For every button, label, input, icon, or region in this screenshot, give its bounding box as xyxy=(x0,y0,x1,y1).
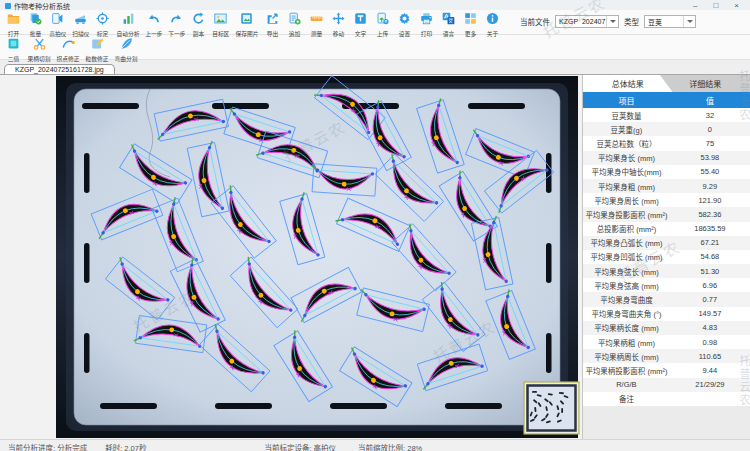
status-device: 当前标定设备: 高拍仪 xyxy=(264,442,336,451)
tool-bend-split[interactable]: 弯曲分割 xyxy=(113,36,139,64)
tool-label: 文字 xyxy=(354,29,365,38)
tool-doc-camera[interactable]: 高拍仪 xyxy=(48,11,68,39)
tool-calibrate[interactable]: 标定 xyxy=(93,11,112,39)
tool-label: 粒数修正 xyxy=(86,54,109,63)
row-label: 平均果身粗 (mm) xyxy=(583,181,670,192)
row-value: 32 xyxy=(670,111,750,120)
tool-label: 二值 xyxy=(8,54,19,63)
tool-label: 更多 xyxy=(464,29,475,38)
close-button[interactable]: × xyxy=(734,2,739,10)
table-row: R/G/B21/29/29 xyxy=(583,378,750,392)
tool-settings[interactable]: 设置 xyxy=(395,11,414,39)
statusbar: 当前分析进度: 分析完成 耗时: 2.07秒 当前标定设备: 高拍仪 当前缩放比… xyxy=(0,439,750,451)
table-row: 豆荚重(g)0 xyxy=(583,122,750,136)
chevron-down-icon xyxy=(606,16,618,27)
tool-batch[interactable]: 批量 xyxy=(26,11,45,39)
table-row: 平均果柄投影面积 (mm²)9.44 xyxy=(583,363,750,377)
tab-detailed-results[interactable]: 详细结果 xyxy=(661,75,750,92)
tool-label: 导出 xyxy=(266,29,277,38)
tray-slot-mark xyxy=(84,243,90,283)
tool-binarize[interactable]: 二值 xyxy=(4,36,23,64)
tool-count-fix[interactable]: 粒数修正 xyxy=(84,36,110,64)
row-label: R/G/B xyxy=(583,380,670,389)
info-icon xyxy=(486,11,499,29)
tool-save-image[interactable]: 保存图片 xyxy=(234,11,260,39)
row-value: 75 xyxy=(670,139,750,148)
tray-slot-mark xyxy=(84,153,90,193)
row-value: 21/29/29 xyxy=(670,380,750,389)
table-row: 平均果身凸弧长 (mm)67.21 xyxy=(583,236,750,250)
tool-label: 关于 xyxy=(486,29,497,38)
undo-arrow-icon xyxy=(147,11,160,29)
binary-square-icon xyxy=(7,36,20,54)
tool-label: 追加 xyxy=(288,29,299,38)
scanner-icon xyxy=(74,11,87,29)
row-label: 平均果身长 (mm) xyxy=(583,152,670,163)
current-file-select[interactable]: KZGP_202407 xyxy=(555,15,619,28)
row-label: 豆荚重(g) xyxy=(583,124,670,135)
tool-prev-step[interactable]: 上一步 xyxy=(144,11,164,39)
image-tab[interactable]: KZGP_20240725161728.jpg xyxy=(4,64,115,74)
tool-measure[interactable]: 测量 xyxy=(307,11,326,39)
results-tabs: 总体结果 详细结果 xyxy=(583,75,750,92)
tab-overall-results[interactable]: 总体结果 xyxy=(583,75,673,92)
row-label: 备注 xyxy=(583,393,670,404)
tool-label: 语言 xyxy=(442,29,453,38)
table-row: 平均果身弦高 (mm)6.96 xyxy=(583,278,750,292)
table-row: 平均果柄周长 (mm)110.65 xyxy=(583,349,750,363)
tool-print[interactable]: 打印 xyxy=(417,11,436,39)
row-value: 55.40 xyxy=(670,167,750,176)
tool-language[interactable]: 语言 xyxy=(439,11,458,39)
tool-label: 扫描仪 xyxy=(72,29,89,38)
app-title: 作物考种分析系统 xyxy=(14,1,70,11)
row-label: 平均果柄周长 (mm) xyxy=(583,351,670,362)
tool-auto-analyze[interactable]: 自动分析 xyxy=(115,11,141,39)
row-label: 平均果身弯曲夹角 (°) xyxy=(583,308,670,319)
row-value: 149.57 xyxy=(670,309,750,318)
tool-label: 保存图片 xyxy=(235,29,258,38)
tool-export[interactable]: 导出 xyxy=(263,11,282,39)
tool-inflection-fix[interactable]: 拐点修正 xyxy=(55,36,81,64)
upload-doc-icon xyxy=(376,11,389,29)
maximize-button[interactable]: □ xyxy=(713,2,718,10)
overview-thumbnail[interactable] xyxy=(524,382,579,434)
feather-knife-icon xyxy=(120,36,133,54)
tool-target-region[interactable]: 目标区 xyxy=(211,11,231,39)
header-value-column: 值 xyxy=(670,92,750,108)
tool-next-step[interactable]: 下一步 xyxy=(167,11,187,39)
tool-label: 弯曲分割 xyxy=(115,54,138,63)
tool-more[interactable]: 更多 xyxy=(461,11,480,39)
tool-label: 设置 xyxy=(398,29,409,38)
minimize-button[interactable]: – xyxy=(693,2,697,10)
tool-scanner[interactable]: 扫描仪 xyxy=(71,11,91,39)
row-label: 平均果身凸弧长 (mm) xyxy=(583,237,670,248)
tool-text[interactable]: 文字 xyxy=(351,11,370,39)
tool-stem-cut[interactable]: 果柄切割 xyxy=(26,36,52,64)
export-arrow-icon xyxy=(266,11,279,29)
table-row: 平均果身弯曲度0.77 xyxy=(583,292,750,306)
tray-slot-mark xyxy=(100,403,157,409)
edit-toolbar-tools: 二值果柄切割拐点修正粒数修正弯曲分割 xyxy=(4,36,139,64)
table-row: 平均果身弯曲夹角 (°)149.57 xyxy=(583,307,750,321)
table-row: 豆荚总粒数（粒）75 xyxy=(583,136,750,150)
image-viewer[interactable] xyxy=(0,75,582,439)
refresh-icon xyxy=(192,11,205,29)
text-tool-icon xyxy=(354,11,367,29)
tool-upload[interactable]: 上传 xyxy=(373,11,392,39)
row-label: 平均果身弦长 (mm) xyxy=(583,266,670,277)
edit-pencil-icon xyxy=(91,36,104,54)
printer-icon xyxy=(420,11,433,29)
tray-slot-mark xyxy=(468,103,525,109)
row-value: 54.68 xyxy=(670,252,750,261)
tool-about[interactable]: 关于 xyxy=(483,11,502,39)
type-select[interactable]: 豆荚 xyxy=(644,15,696,28)
tool-open[interactable]: 打开 xyxy=(4,11,23,39)
tool-duplicate[interactable]: 副本 xyxy=(189,11,208,39)
language-icon xyxy=(442,11,455,29)
table-row: 平均果身长 (mm)53.98 xyxy=(583,151,750,165)
tool-append[interactable]: 追加 xyxy=(285,11,304,39)
row-label: 豆荚数量 xyxy=(583,110,670,121)
tool-move[interactable]: 移动 xyxy=(329,11,348,39)
analysis-scene[interactable] xyxy=(0,75,582,439)
tray-slot-mark xyxy=(212,103,269,109)
